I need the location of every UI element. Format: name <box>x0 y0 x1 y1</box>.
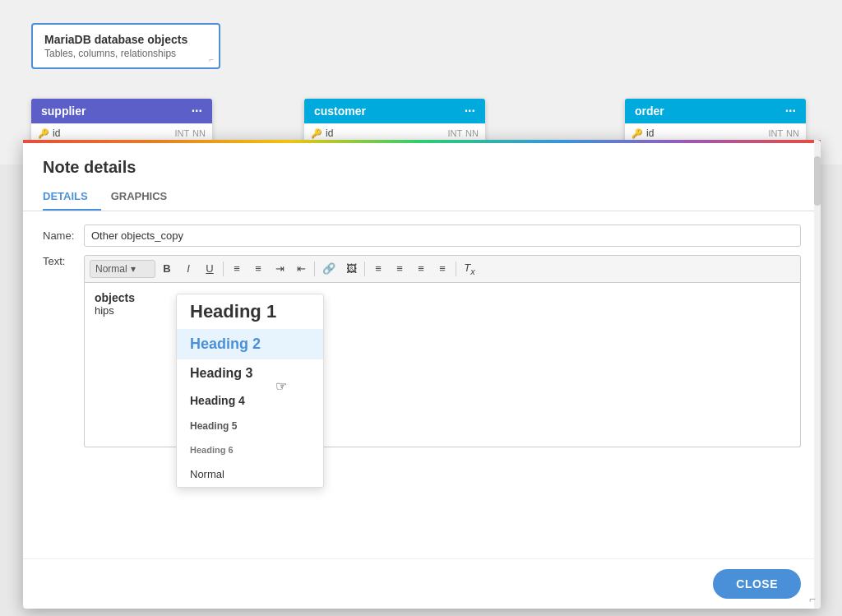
nn-badge: NN <box>192 128 206 138</box>
align-left-button[interactable]: ≡ <box>368 260 388 277</box>
unordered-list-button[interactable]: ≡ <box>227 260 247 277</box>
customer-table-menu[interactable]: ··· <box>465 104 475 118</box>
dropdown-heading5[interactable]: Heading 5 <box>177 414 323 438</box>
field-type: INT <box>768 128 783 138</box>
text-label: Text: <box>43 255 84 267</box>
modal-tabs: DETAILS GRAPHICS <box>23 183 821 211</box>
field-name: id <box>646 127 768 139</box>
name-label: Name: <box>43 229 84 242</box>
style-dropdown: Heading 1 Heading 2 Heading 3 Heading 4 … <box>176 294 324 488</box>
customer-table[interactable]: customer ··· 🔑 id INT NN <box>304 99 485 142</box>
field-name: id <box>53 127 174 139</box>
dropdown-heading3[interactable]: Heading 3 <box>177 359 323 387</box>
field-type: INT <box>447 128 462 138</box>
ordered-list-button[interactable]: ≡ <box>248 260 268 277</box>
pk-icon: 🔑 <box>38 128 49 139</box>
name-input[interactable] <box>84 225 801 247</box>
outdent-button[interactable]: ⇤ <box>291 260 311 277</box>
mariadb-corner: ⌐ <box>209 55 214 64</box>
customer-table-name: customer <box>314 104 366 118</box>
mariadb-title: MariaDB database objects <box>44 33 207 46</box>
style-select-value: Normal <box>95 263 127 275</box>
dropdown-heading4[interactable]: Heading 4 <box>177 387 323 414</box>
dropdown-heading2[interactable]: Heading 2 <box>177 329 323 359</box>
field-name: id <box>326 127 447 139</box>
text-row: Text: Normal ▾ B I U ≡ ≡ ⇥ ⇤ <box>43 255 801 447</box>
mariadb-info-box: MariaDB database objects Tables, columns… <box>31 23 220 69</box>
name-row: Name: <box>43 225 801 247</box>
align-right-button[interactable]: ≡ <box>411 260 431 277</box>
separator2 <box>314 262 315 276</box>
tab-graphics[interactable]: GRAPHICS <box>111 183 181 211</box>
modal-footer: CLOSE <box>23 558 821 609</box>
supplier-table-name: supplier <box>41 104 86 118</box>
style-select-arrow: ▾ <box>131 263 136 275</box>
clear-format-button[interactable]: Tx <box>460 259 479 279</box>
supplier-table[interactable]: supplier ··· 🔑 id INT NN <box>31 99 212 142</box>
mariadb-subtitle: Tables, columns, relationships <box>44 48 207 59</box>
note-details-modal: Note details DETAILS GRAPHICS Name: Text… <box>23 140 821 609</box>
order-table-menu[interactable]: ··· <box>785 104 796 118</box>
tab-details[interactable]: DETAILS <box>43 183 101 211</box>
nn-badge: NN <box>786 128 799 138</box>
scrollbar-thumb[interactable] <box>814 156 821 206</box>
text-toolbar: Normal ▾ B I U ≡ ≡ ⇥ ⇤ 🔗 🖼 ≡ ≡ <box>84 255 801 283</box>
italic-button[interactable]: I <box>178 260 198 277</box>
supplier-table-header[interactable]: supplier ··· <box>31 99 212 123</box>
style-select[interactable]: Normal ▾ <box>90 260 155 278</box>
image-button[interactable]: 🖼 <box>341 260 361 277</box>
order-table[interactable]: order ··· 🔑 id INT NN <box>625 99 806 142</box>
order-table-header[interactable]: order ··· <box>625 99 806 123</box>
close-button[interactable]: CLOSE <box>713 569 801 599</box>
pk-icon: 🔑 <box>632 128 643 139</box>
scrollbar-track[interactable] <box>814 140 821 609</box>
pk-icon: 🔑 <box>311 128 322 139</box>
indent-button[interactable]: ⇥ <box>270 260 289 277</box>
separator <box>223 262 224 276</box>
dropdown-heading6[interactable]: Heading 6 <box>177 438 323 461</box>
modal-body: Name: Text: Normal ▾ B I U ≡ ≡ <box>23 211 821 558</box>
dropdown-heading1[interactable]: Heading 1 <box>177 294 323 329</box>
justify-button[interactable]: ≡ <box>433 260 452 277</box>
order-table-name: order <box>635 104 664 118</box>
dropdown-normal[interactable]: Normal <box>177 461 323 487</box>
link-button[interactable]: 🔗 <box>318 260 340 277</box>
separator3 <box>364 262 365 276</box>
supplier-table-menu[interactable]: ··· <box>192 104 202 118</box>
customer-table-header[interactable]: customer ··· <box>304 99 485 123</box>
bold-button[interactable]: B <box>157 260 177 277</box>
modal-title: Note details <box>23 143 821 177</box>
underline-button[interactable]: U <box>200 260 220 277</box>
separator4 <box>456 262 456 276</box>
editor-normal-text: hips <box>95 304 114 317</box>
align-center-button[interactable]: ≡ <box>390 260 409 277</box>
nn-badge: NN <box>465 128 479 138</box>
editor-bold-text: objects <box>95 291 135 304</box>
resize-handle[interactable]: ⌐ <box>809 592 816 605</box>
field-type: INT <box>174 128 189 138</box>
